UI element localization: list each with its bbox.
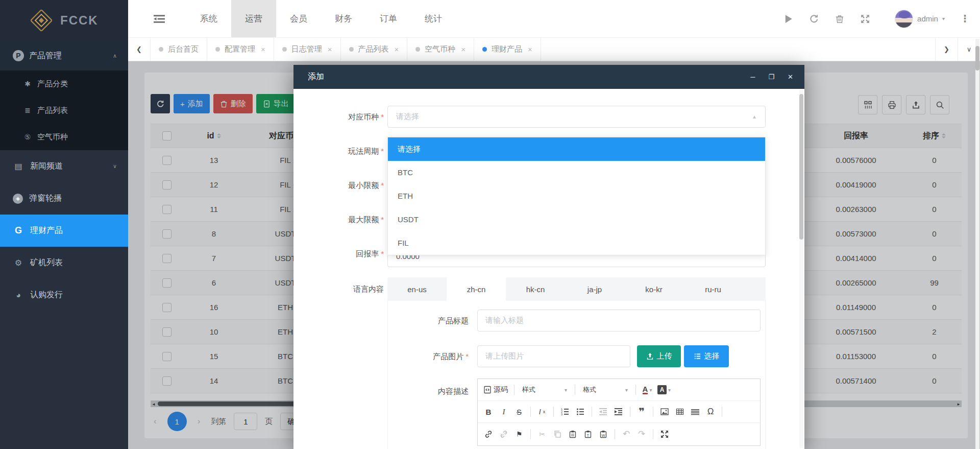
nav-item[interactable]: 会员 xyxy=(276,0,321,37)
dropdown-option[interactable]: FIL xyxy=(388,231,765,255)
source-code-button[interactable]: 源码 xyxy=(482,383,509,397)
redo-button[interactable]: ↷ xyxy=(635,427,648,441)
undo-button[interactable]: ↶ xyxy=(620,427,633,441)
nav-item[interactable]: 系统 xyxy=(186,0,231,37)
close-icon[interactable]: ✕ xyxy=(788,74,793,80)
anchor-flag-button[interactable]: ⚑ xyxy=(512,427,526,441)
minimize-icon[interactable]: ─ xyxy=(750,74,755,80)
lang-tab[interactable]: hk-cn xyxy=(506,277,565,301)
coin-select[interactable]: 请选择 ▲ xyxy=(387,106,766,128)
page-scrollbar-thumb[interactable] xyxy=(975,46,979,70)
choose-button[interactable]: 选择 xyxy=(684,345,729,367)
blockquote-button[interactable]: ❞ xyxy=(635,405,648,419)
tab-close-icon[interactable]: × xyxy=(261,45,265,54)
sidebar-item[interactable]: ≣ 产品列表 xyxy=(0,97,128,124)
ordered-list-button[interactable]: 123 xyxy=(558,405,572,419)
sidebar-item[interactable]: ◕ 认购发行 xyxy=(0,279,128,311)
refresh-icon[interactable] xyxy=(809,14,819,24)
upload-button[interactable]: 上传 xyxy=(637,345,681,367)
maximize-icon[interactable]: ❐ xyxy=(768,74,774,80)
page-scrollbar[interactable] xyxy=(975,39,979,449)
title-input[interactable]: 请输入标题 xyxy=(477,310,761,332)
paste-word-button[interactable]: W xyxy=(597,427,610,441)
kebab-menu-icon[interactable]: ⋮ xyxy=(960,13,970,25)
indent-button[interactable] xyxy=(612,405,625,419)
styles-combo[interactable]: 样式 ▾ xyxy=(519,383,570,397)
sidebar-item[interactable]: ⚙ 矿机列表 xyxy=(0,247,128,279)
nav-item[interactable]: 运营 xyxy=(231,0,276,37)
image-input[interactable]: 请上传图片 xyxy=(477,345,630,367)
lang-tab[interactable]: ko-kr xyxy=(624,277,683,301)
bullet-list-button[interactable] xyxy=(574,405,587,419)
lang-tab[interactable]: ja-jp xyxy=(565,277,624,301)
italic-button[interactable]: I xyxy=(497,405,510,419)
sidebar-item[interactable]: ▤ 新闻频道 ∨ xyxy=(0,150,128,182)
sidebar-item-label: 新闻频道 xyxy=(30,161,63,172)
maximize-editor-button[interactable] xyxy=(658,427,671,441)
tabs-scroll-left-icon[interactable]: ❮ xyxy=(128,38,151,61)
dropdown-option[interactable]: BTC xyxy=(388,161,765,184)
avatar[interactable] xyxy=(895,10,913,28)
dropdown-option[interactable]: ETH xyxy=(388,184,765,208)
sidebar-item[interactable]: ◈ 弹窗轮播 xyxy=(0,182,128,215)
tab-close-icon[interactable]: × xyxy=(395,45,399,54)
special-char-button[interactable]: Ω xyxy=(704,405,717,419)
horizontal-rule-button[interactable] xyxy=(689,405,702,419)
sidebar-toggle-icon[interactable] xyxy=(154,0,165,37)
nav-item[interactable]: 订单 xyxy=(366,0,411,37)
paste-button[interactable] xyxy=(566,427,579,441)
outdent-button[interactable] xyxy=(597,405,610,419)
lang-tab[interactable]: zh-cn xyxy=(447,277,506,301)
text-color-button[interactable]: A ▾ xyxy=(641,383,654,397)
modal-scrollbar-thumb[interactable] xyxy=(799,94,803,240)
trash-icon[interactable] xyxy=(835,14,845,24)
link-button[interactable] xyxy=(482,427,495,441)
tab[interactable]: 产品列表 × xyxy=(341,38,408,61)
tab[interactable]: 日志管理 × xyxy=(274,38,341,61)
sidebar-item[interactable]: ⑤ 空气币种 xyxy=(0,124,128,150)
tab[interactable]: 理财产品 × xyxy=(474,38,541,61)
insert-table-button[interactable] xyxy=(673,405,687,419)
unlink-button[interactable] xyxy=(497,427,510,441)
tab-close-icon[interactable]: × xyxy=(528,45,532,54)
tab[interactable]: 后台首页 × xyxy=(151,38,207,61)
tab-close-icon[interactable]: × xyxy=(328,45,332,54)
nav-item-label: 运营 xyxy=(245,13,262,25)
upload-icon xyxy=(646,352,654,360)
sidebar-item-icon: ⑤ xyxy=(23,133,32,141)
tab-label: 产品列表 xyxy=(358,44,389,54)
lang-tab[interactable]: ru-ru xyxy=(683,277,743,301)
insert-image-button[interactable] xyxy=(658,405,671,419)
modal-scrollbar[interactable] xyxy=(799,90,803,448)
tab-close-icon[interactable]: × xyxy=(461,45,465,54)
dropdown-option[interactable]: 请选择 xyxy=(388,137,765,161)
diamond-logo-icon xyxy=(31,10,52,31)
strikethrough-button[interactable]: S xyxy=(512,405,526,419)
remove-format-button[interactable]: Ix xyxy=(535,405,549,419)
copy-button[interactable] xyxy=(551,427,564,441)
bg-color-button[interactable]: A ▾ xyxy=(656,383,672,397)
app-logo[interactable]: FCCK xyxy=(0,0,128,41)
caret-down-icon: ▾ xyxy=(565,387,567,393)
sidebar-item[interactable]: G 理财产品 xyxy=(0,215,128,247)
cut-button[interactable]: ✂ xyxy=(535,427,549,441)
tab[interactable]: 空气币种 × xyxy=(407,38,474,61)
paste-text-button[interactable]: T xyxy=(581,427,595,441)
tab[interactable]: 配置管理 × xyxy=(207,38,274,61)
sidebar-item[interactable]: ✱ 产品分类 xyxy=(0,70,128,97)
tabs-scroll-right-icon[interactable]: ❯ xyxy=(935,38,958,61)
user-menu[interactable]: admin ▾ xyxy=(886,10,945,28)
fullscreen-icon[interactable] xyxy=(860,14,870,24)
nav-item[interactable]: 统计 xyxy=(411,0,456,37)
caret-down-icon: ▾ xyxy=(625,387,628,393)
tab-dot-icon xyxy=(215,47,220,52)
format-combo[interactable]: 格式 ▾ xyxy=(580,383,631,397)
play-icon[interactable] xyxy=(783,14,794,24)
choose-button-label: 选择 xyxy=(704,351,720,361)
bold-button[interactable]: B xyxy=(482,405,495,419)
dialog-header[interactable]: 添加 ─ ❐ ✕ xyxy=(293,65,804,89)
dropdown-option[interactable]: USDT xyxy=(388,208,765,231)
nav-item[interactable]: 财务 xyxy=(321,0,366,37)
lang-tab[interactable]: en-us xyxy=(387,277,447,301)
sidebar-item[interactable]: P 产品管理 ∧ xyxy=(0,41,128,70)
